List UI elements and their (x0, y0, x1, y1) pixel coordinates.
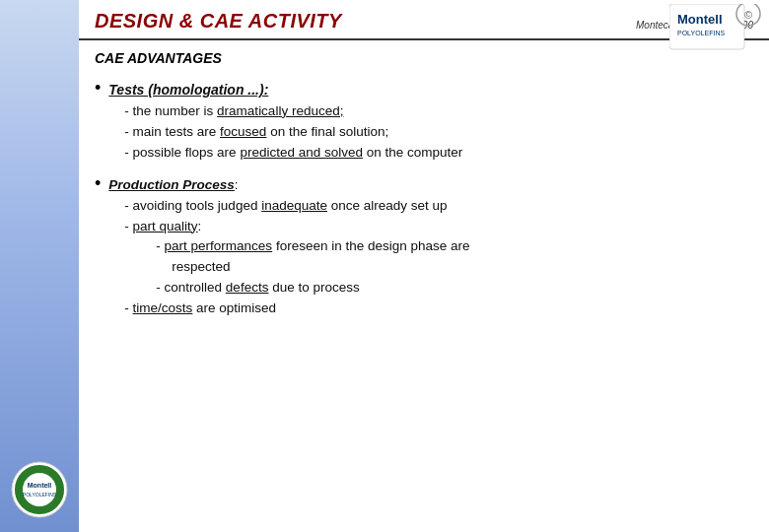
prod-underline-5: time/costs (133, 300, 193, 315)
prod-line-5: - controlled defects due to process (108, 278, 469, 299)
production-header-colon: : (235, 177, 239, 192)
svg-text:POLYOLEFINS: POLYOLEFINS (677, 30, 725, 36)
main-content: Montell POLYOLEFINS © DESIGN & CAE ACTIV… (79, 0, 769, 532)
content-area: CAE ADVANTAGES • Tests (homologation ...… (79, 40, 769, 532)
prod-line-3: - part performances foreseen in the desi… (108, 236, 469, 257)
svg-text:©: © (744, 9, 752, 21)
svg-rect-4 (669, 4, 744, 49)
bullet-dot-tests: • (95, 78, 101, 99)
tests-underline-2: focused (220, 124, 266, 139)
section-title: CAE ADVANTAGES (95, 50, 749, 66)
prod-line-4: respected (108, 257, 469, 278)
tests-underline-1: dramatically reduced; (217, 103, 343, 118)
tests-line-1: - the number is dramatically reduced; (108, 101, 462, 122)
tests-line-3: - possible flops are predicted and solve… (108, 143, 462, 164)
prod-underline-2: part quality (133, 219, 198, 233)
prod-underline-4: defects (226, 280, 269, 295)
tests-line-2: - main tests are focused on the final so… (108, 122, 462, 143)
left-sidebar: Montell POLYOLEFINS (0, 0, 79, 532)
tests-underline-3: predicted and solved (240, 145, 363, 160)
bullet-dot-production: • (95, 173, 101, 194)
production-content: Production Process: - avoiding tools jud… (108, 175, 469, 319)
montell-logo-top: Montell POLYOLEFINS © (669, 4, 763, 55)
prod-line-2: - part quality: (108, 217, 469, 237)
bullet-tests: • Tests (homologation ...): - the number… (95, 80, 749, 164)
prod-line-6: - time/costs are optimised (108, 299, 469, 319)
prod-line-1: - avoiding tools judged inadequate once … (108, 196, 469, 217)
prod-underline-3: part performances (165, 238, 273, 253)
tests-content: Tests (homologation ...): - the number i… (108, 80, 462, 164)
production-header: Production Process (108, 177, 235, 192)
montell-logo-bottom: Montell POLYOLEFINS (9, 459, 70, 520)
prod-underline-1: inadequate (261, 198, 327, 213)
page-header: DESIGN & CAE ACTIVITY Montecarlo, June 7… (79, 0, 769, 40)
page-title: DESIGN & CAE ACTIVITY (95, 10, 342, 33)
bullet-production: • Production Process: - avoiding tools j… (95, 175, 749, 319)
svg-text:POLYOLEFINS: POLYOLEFINS (23, 492, 57, 498)
svg-text:Montell: Montell (677, 12, 723, 27)
svg-text:Montell: Montell (28, 482, 52, 489)
tests-header: Tests (homologation ...): (108, 82, 268, 98)
